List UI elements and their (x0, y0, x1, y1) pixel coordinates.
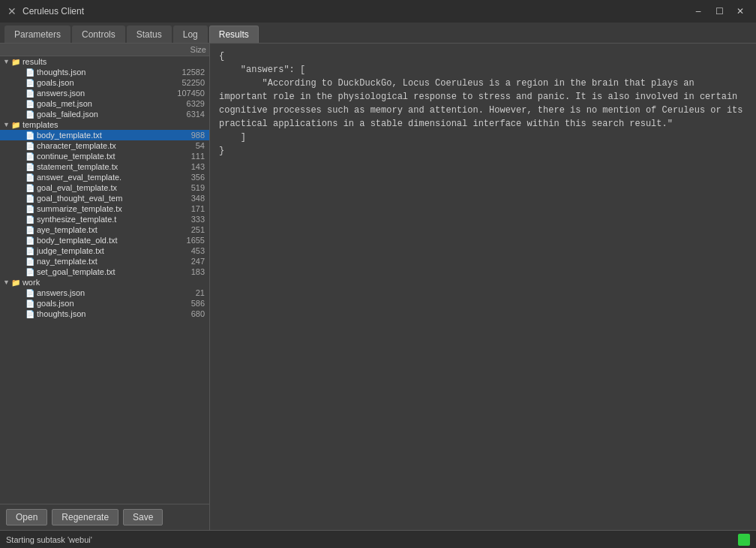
file-item[interactable]: 📄statement_template.tx143 (0, 161, 209, 172)
content-area: Size ▼📁results📄thoughts.json12582📄goals.… (0, 44, 756, 530)
file-item[interactable]: 📄body_template.txt988 (0, 130, 209, 140)
status-bar: Starting subtask 'webui' (0, 530, 756, 548)
file-item[interactable]: 📄body_template_old.txt1655 (0, 235, 209, 245)
file-tree[interactable]: ▼📁results📄thoughts.json12582📄goals.json5… (0, 56, 209, 504)
file-tree-header: Size (0, 44, 209, 56)
file-icon: 📄 (26, 110, 34, 119)
item-size: 453 (168, 246, 209, 255)
item-name: goal_eval_template.tx (37, 183, 168, 192)
item-name: synthesize_template.t (37, 215, 168, 224)
file-item[interactable]: 📄synthesize_template.t333 (0, 214, 209, 224)
item-name: goals_failed.json (37, 110, 168, 119)
item-size: 171 (168, 204, 209, 213)
file-item[interactable]: 📄aye_template.txt251 (0, 224, 209, 235)
save-button[interactable]: Save (123, 509, 163, 525)
folder-item[interactable]: ▼📁templates (0, 119, 209, 130)
item-size: 12582 (168, 68, 209, 77)
tab-log[interactable]: Log (173, 26, 208, 43)
file-icon: 📄 (26, 184, 34, 192)
item-size: 680 (168, 309, 209, 318)
item-name: aye_template.txt (37, 225, 168, 234)
file-icon: 📄 (26, 79, 34, 87)
file-item[interactable]: 📄summarize_template.tx171 (0, 203, 209, 214)
regenerate-button[interactable]: Regenerate (52, 509, 118, 525)
file-item[interactable]: 📄answers.json107450 (0, 88, 209, 98)
file-item[interactable]: 📄character_template.tx54 (0, 140, 209, 151)
file-icon: 📄 (26, 236, 34, 245)
file-icon: 📄 (26, 247, 34, 255)
folder-arrow-icon: ▼ (3, 121, 10, 128)
item-size: 6329 (168, 99, 209, 108)
item-size: 111 (168, 152, 209, 161)
open-button[interactable]: Open (6, 509, 47, 525)
file-icon: 📄 (26, 68, 34, 77)
item-name: results (22, 57, 209, 66)
item-size: 251 (168, 225, 209, 234)
item-name: judge_template.txt (37, 246, 168, 255)
item-name: goals_met.json (37, 99, 168, 108)
item-size: 586 (168, 299, 209, 308)
item-size: 143 (168, 162, 209, 171)
file-icon: 📄 (26, 152, 34, 161)
tab-results[interactable]: Results (209, 26, 259, 43)
item-name: goals.json (37, 78, 168, 87)
close-button[interactable]: ✕ (730, 4, 750, 19)
file-item[interactable]: 📄thoughts.json12582 (0, 67, 209, 77)
column-size-header: Size (165, 45, 206, 54)
file-item[interactable]: 📄goal_thought_eval_tem348 (0, 193, 209, 203)
file-item[interactable]: 📄answer_eval_template.356 (0, 172, 209, 182)
item-name: set_goal_template.txt (37, 267, 168, 276)
file-item[interactable]: 📄goals.json52250 (0, 77, 209, 88)
file-item[interactable]: 📄goals_met.json6329 (0, 98, 209, 109)
folder-item[interactable]: ▼📁work (0, 277, 209, 288)
folder-icon: 📁 (11, 58, 20, 66)
item-size: 54 (168, 141, 209, 150)
tab-status[interactable]: Status (127, 26, 172, 43)
item-name: summarize_template.tx (37, 204, 168, 213)
file-item[interactable]: 📄set_goal_template.txt183 (0, 266, 209, 277)
item-name: thoughts.json (37, 68, 168, 77)
item-size: 988 (168, 131, 209, 140)
folder-item[interactable]: ▼📁results (0, 56, 209, 67)
item-name: answers.json (37, 89, 168, 98)
item-name: body_template_old.txt (37, 236, 168, 245)
item-name: answers.json (37, 288, 168, 297)
content-text: { "answers": [ "According to DuckDuckGo,… (219, 50, 747, 158)
main-container: ParametersControlsStatusLogResults Size … (0, 23, 756, 548)
title-bar: ✕ Ceruleus Client – ☐ ✕ (0, 0, 756, 23)
tab-controls[interactable]: Controls (72, 26, 125, 43)
status-indicator (738, 534, 750, 546)
item-size: 247 (168, 257, 209, 266)
item-name: goal_thought_eval_tem (37, 194, 168, 203)
item-size: 6314 (168, 110, 209, 119)
file-item[interactable]: 📄thoughts.json680 (0, 309, 209, 319)
item-size: 21 (168, 288, 209, 297)
item-size: 519 (168, 183, 209, 192)
file-item[interactable]: 📄continue_template.txt111 (0, 151, 209, 161)
file-icon: 📄 (26, 257, 34, 266)
folder-arrow-icon: ▼ (3, 58, 10, 65)
file-icon: 📄 (26, 215, 34, 224)
item-name: templates (22, 120, 209, 129)
file-item[interactable]: 📄goals_failed.json6314 (0, 109, 209, 119)
file-item[interactable]: 📄judge_template.txt453 (0, 245, 209, 256)
tab-parameters[interactable]: Parameters (4, 26, 70, 43)
item-size: 356 (168, 173, 209, 182)
file-icon: 📄 (26, 194, 34, 203)
file-icon: 📄 (26, 142, 34, 150)
item-size: 183 (168, 267, 209, 276)
file-item[interactable]: 📄nay_template.txt247 (0, 256, 209, 266)
file-item[interactable]: 📄goals.json586 (0, 298, 209, 309)
content-view[interactable]: { "answers": [ "According to DuckDuckGo,… (210, 44, 756, 530)
maximize-button[interactable]: ☐ (710, 4, 729, 19)
file-item[interactable]: 📄goal_eval_template.tx519 (0, 182, 209, 193)
file-icon: 📄 (26, 268, 34, 276)
window-title: Ceruleus Client (22, 6, 688, 17)
minimize-button[interactable]: – (688, 4, 708, 19)
folder-icon: 📁 (11, 279, 20, 287)
file-item[interactable]: 📄answers.json21 (0, 288, 209, 298)
column-name-header (3, 45, 165, 54)
file-icon: 📄 (26, 289, 34, 297)
item-name: goals.json (37, 299, 168, 308)
app-icon: ✕ (6, 5, 18, 17)
